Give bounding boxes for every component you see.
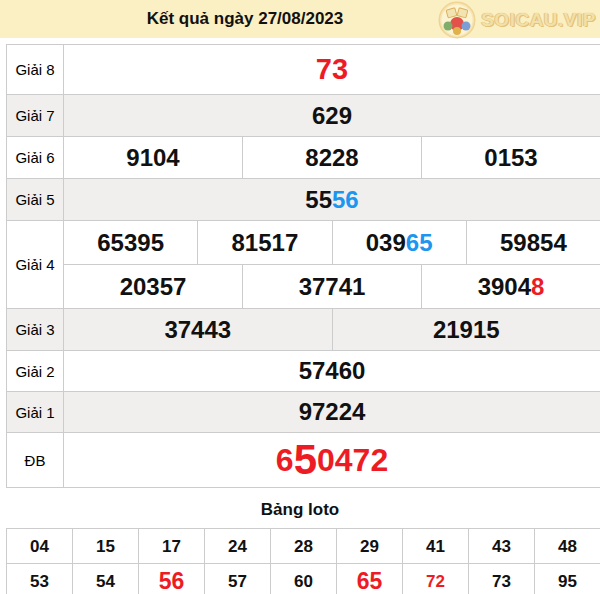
prize-row: Giải 197224 xyxy=(7,391,600,432)
soicau-logo[interactable]: SOICAU.VIP xyxy=(435,0,596,41)
loto-cell: 95 xyxy=(534,564,600,594)
loto-cell: 17 xyxy=(138,529,204,563)
loto-cell: 53 xyxy=(7,564,72,594)
prize-label: ĐB xyxy=(7,433,64,487)
prize-table: Giải 873Giải 7629Giải 6910482280153Giải … xyxy=(6,44,600,488)
prize-row: ĐB650472 xyxy=(7,432,600,487)
prize-number-part: 81517 xyxy=(232,231,299,255)
prize-number-cell: 81517 xyxy=(197,221,331,264)
prize-number-cell: 03965 xyxy=(332,221,466,264)
loto-cell: 73 xyxy=(468,564,534,594)
prize-row: Giải 55556 xyxy=(7,178,600,220)
prize-number-part: 3904 xyxy=(478,275,531,299)
soicau-logo-icon xyxy=(435,0,479,40)
prize-row: Giải 46539581517039655985420357377413904… xyxy=(7,220,600,308)
prize-label: Giải 7 xyxy=(7,95,64,136)
prize-number-cell: 9104 xyxy=(64,137,242,178)
prize-number-cell: 20357 xyxy=(64,265,242,308)
prize-number-part: 6 xyxy=(276,444,294,476)
prize-number-cell: 65395 xyxy=(64,221,197,264)
loto-cell: 43 xyxy=(468,529,534,563)
loto-title: Bảng loto xyxy=(0,499,600,521)
prize-number-cell: 37741 xyxy=(242,265,421,308)
loto-cell: 56 xyxy=(138,564,204,594)
loto-cell: 57 xyxy=(204,564,270,594)
prize-number-part: 8 xyxy=(531,275,544,299)
prize-number-cell: 0153 xyxy=(421,137,600,178)
loto-cell: 54 xyxy=(72,564,138,594)
prize-number-part: 37443 xyxy=(164,318,231,342)
page-title: Kết quả ngày 27/08/2023 xyxy=(0,0,490,38)
prize-number-cell: 57460 xyxy=(64,351,600,391)
prize-number-part: 0153 xyxy=(484,146,537,170)
prize-number-part: 8228 xyxy=(305,146,358,170)
prize-number-part: 65395 xyxy=(97,231,164,255)
prize-number-cell: 97224 xyxy=(64,392,600,432)
prize-number-part: 65 xyxy=(406,231,433,255)
loto-cell: 29 xyxy=(336,529,402,563)
prize-number-cell: 59854 xyxy=(466,221,600,264)
loto-cell: 48 xyxy=(534,529,600,563)
prize-row: Giải 257460 xyxy=(7,350,600,391)
prize-number-part: 20357 xyxy=(120,275,187,299)
loto-cell: 28 xyxy=(270,529,336,563)
prize-number-part: 0472 xyxy=(317,444,388,476)
prize-row: Giải 6910482280153 xyxy=(7,136,600,178)
prize-number-cell: 8228 xyxy=(242,137,421,178)
prize-number-part: 37741 xyxy=(299,275,366,299)
prize-label: Giải 5 xyxy=(7,179,64,220)
loto-cell: 04 xyxy=(7,529,72,563)
soicau-logo-text[interactable]: SOICAU.VIP xyxy=(481,9,596,31)
prize-number-cell: 5556 xyxy=(64,179,600,220)
prize-number-part: 57460 xyxy=(299,359,366,383)
prize-number-cell: 37443 xyxy=(64,309,332,350)
loto-cell: 72 xyxy=(402,564,468,594)
prize-label: Giải 4 xyxy=(7,221,64,308)
prize-label: Giải 2 xyxy=(7,351,64,391)
loto-cell: 60 xyxy=(270,564,336,594)
loto-cell: 65 xyxy=(336,564,402,594)
prize-number-part: 21915 xyxy=(433,318,500,342)
prize-number-part: 629 xyxy=(312,104,352,128)
loto-row: 041517242829414348 xyxy=(7,529,600,563)
prize-number-part: 039 xyxy=(366,231,406,255)
prize-number-part: 5 xyxy=(294,439,317,481)
prize-number-part: 59854 xyxy=(500,231,567,255)
loto-cell: 15 xyxy=(72,529,138,563)
prize-number-part: 97224 xyxy=(299,400,366,424)
prize-row: Giải 873 xyxy=(7,45,600,94)
prize-number-cell: 21915 xyxy=(332,309,600,350)
prize-row: Giải 33744321915 xyxy=(7,308,600,350)
prize-number-part: 9104 xyxy=(126,146,179,170)
prize-label: Giải 8 xyxy=(7,45,64,94)
prize-number-cell: 629 xyxy=(64,95,600,136)
loto-table: 041517242829414348535456576065727395 xyxy=(6,528,600,594)
prize-label: Giải 1 xyxy=(7,392,64,432)
loto-row: 535456576065727395 xyxy=(7,563,600,594)
prize-label: Giải 3 xyxy=(7,309,64,350)
prize-number-cell: 650472 xyxy=(64,433,600,487)
prize-number-part: 56 xyxy=(332,188,359,212)
prize-label: Giải 6 xyxy=(7,137,64,178)
prize-number-cell: 39048 xyxy=(421,265,600,308)
loto-cell: 24 xyxy=(204,529,270,563)
page: Kết quả ngày 27/08/2023 SOICAU.VIP Giải … xyxy=(0,0,600,594)
header-bar: Kết quả ngày 27/08/2023 SOICAU.VIP xyxy=(0,0,600,38)
prize-number-cell: 73 xyxy=(64,45,600,94)
loto-cell: 41 xyxy=(402,529,468,563)
prize-number-part: 55 xyxy=(305,188,332,212)
prize-number-part: 73 xyxy=(316,55,348,84)
prize-row: Giải 7629 xyxy=(7,94,600,136)
